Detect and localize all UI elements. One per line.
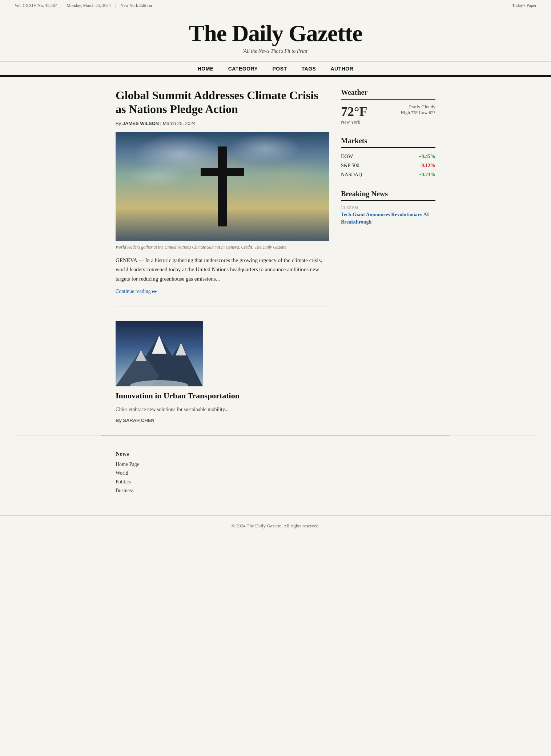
market-change-sp500: -0.12%: [420, 163, 435, 169]
masthead: The Daily Gazette 'All the News That's F…: [0, 11, 551, 57]
primary-image-container: [116, 132, 329, 241]
market-change-nasdaq: +0.23%: [419, 172, 435, 178]
primary-byline: By JAMES WILSON | March 25, 2024: [116, 121, 329, 126]
market-row-nasdaq: NASDAQ +0.23%: [341, 170, 435, 180]
primary-headline: Global Summit Addresses Climate Crisis a…: [116, 88, 329, 116]
weather-widget: Weather 72°F New York Partly Cloudy High…: [341, 88, 435, 126]
newspaper-tagline: 'All the News That's Fit to Print': [15, 48, 536, 54]
main-content: Global Summit Addresses Climate Crisis a…: [101, 77, 450, 435]
market-name-dow: DOW: [341, 154, 353, 160]
primary-body: GENEVA — In a historic gathering that un…: [116, 256, 329, 284]
markets-title: Markets: [341, 137, 435, 148]
markets-widget: Markets DOW +0.45% S&P 500 -0.12% NASDAQ…: [341, 137, 435, 180]
market-name-sp500: S&P 500: [341, 163, 359, 169]
weather-right: Partly Cloudy High 75° Low 62°: [401, 104, 435, 116]
nav-home[interactable]: HOME: [198, 66, 214, 72]
weather-main-row: 72°F New York Partly Cloudy High 75° Low…: [341, 104, 435, 126]
todays-paper-link[interactable]: Today's Paper: [512, 3, 536, 8]
footer-copyright: © 2024 The Daily Gazette. All rights res…: [0, 515, 551, 536]
primary-caption: World leaders gather at the United Natio…: [116, 245, 329, 250]
weather-left: 72°F New York: [341, 104, 367, 126]
weather-condition: Partly Cloudy: [401, 104, 435, 110]
nav-tags[interactable]: Tags: [302, 66, 316, 72]
breaking-news-widget: Breaking News 11:32 AM Tech Giant Announ…: [341, 190, 435, 225]
secondary-byline-prefix: By: [116, 418, 122, 423]
weather-title: Weather: [341, 88, 435, 100]
cross-vertical: [218, 146, 227, 226]
newspaper-title: The Daily Gazette: [15, 20, 536, 47]
secondary-article-image: [116, 321, 203, 386]
separator-2: |: [115, 3, 116, 8]
secondary-article: Innovation in Urban Transportation Citie…: [116, 321, 329, 423]
separator-1: |: [61, 3, 62, 8]
secondary-author: SARAH CHEN: [123, 418, 154, 423]
market-row-dow: DOW +0.45%: [341, 152, 435, 161]
market-name-nasdaq: NASDAQ: [341, 172, 362, 178]
breaking-time: 11:32 AM: [341, 205, 435, 210]
primary-date: March 25, 2024: [163, 121, 196, 126]
nav-category[interactable]: Category: [228, 66, 258, 72]
main-nav: HOME Category Post Tags Author: [0, 61, 551, 77]
market-row-sp500: S&P 500 -0.12%: [341, 161, 435, 170]
footer-section-title: News: [116, 451, 435, 457]
footer: News Home Page World Politics Business: [101, 435, 450, 508]
footer-links: Home Page World Politics Business: [116, 462, 435, 494]
edition-info: New York Edition: [120, 3, 152, 8]
articles-column: Global Summit Addresses Climate Crisis a…: [116, 88, 329, 423]
weather-highlow: High 75° Low 62°: [401, 110, 435, 116]
top-bar-left: Vol. CXXIV No. 45,567 | Monday, March 25…: [15, 3, 152, 8]
continue-reading-link[interactable]: Continue reading ▸▸: [116, 289, 157, 294]
primary-author: JAMES WILSON: [122, 121, 159, 126]
footer-link-world[interactable]: World: [116, 470, 435, 476]
primary-article-image: [116, 132, 329, 241]
byline-prefix: By: [116, 121, 121, 126]
byline-sep: |: [160, 121, 163, 126]
weather-location: New York: [341, 119, 367, 125]
breaking-news-title: Breaking News: [341, 190, 435, 201]
weather-temperature: 72°F: [341, 104, 367, 119]
nav-author[interactable]: Author: [330, 66, 353, 72]
mountain-svg: [116, 321, 203, 386]
nav-post[interactable]: Post: [272, 66, 287, 72]
top-bar: Vol. CXXIV No. 45,567 | Monday, March 25…: [0, 0, 551, 11]
date-info: Monday, March 25, 2024: [67, 3, 111, 8]
secondary-headline: Innovation in Urban Transportation: [116, 391, 329, 401]
secondary-byline: By SARAH CHEN: [116, 418, 329, 423]
footer-link-politics[interactable]: Politics: [116, 479, 435, 485]
secondary-summary: Cities embrace new solutions for sustain…: [116, 406, 329, 413]
cross-horizontal: [201, 168, 244, 176]
sidebar: Weather 72°F New York Partly Cloudy High…: [341, 88, 435, 423]
breaking-headline-link[interactable]: Tech Giant Announces Revolutionary AI Br…: [341, 212, 429, 225]
copyright-text: © 2024 The Daily Gazette. All rights res…: [231, 523, 319, 528]
footer-link-business[interactable]: Business: [116, 488, 435, 494]
market-change-dow: +0.45%: [419, 154, 435, 160]
primary-article: Global Summit Addresses Climate Crisis a…: [116, 88, 329, 306]
volume-info: Vol. CXXIV No. 45,567: [15, 3, 57, 8]
footer-link-homepage[interactable]: Home Page: [116, 462, 435, 467]
